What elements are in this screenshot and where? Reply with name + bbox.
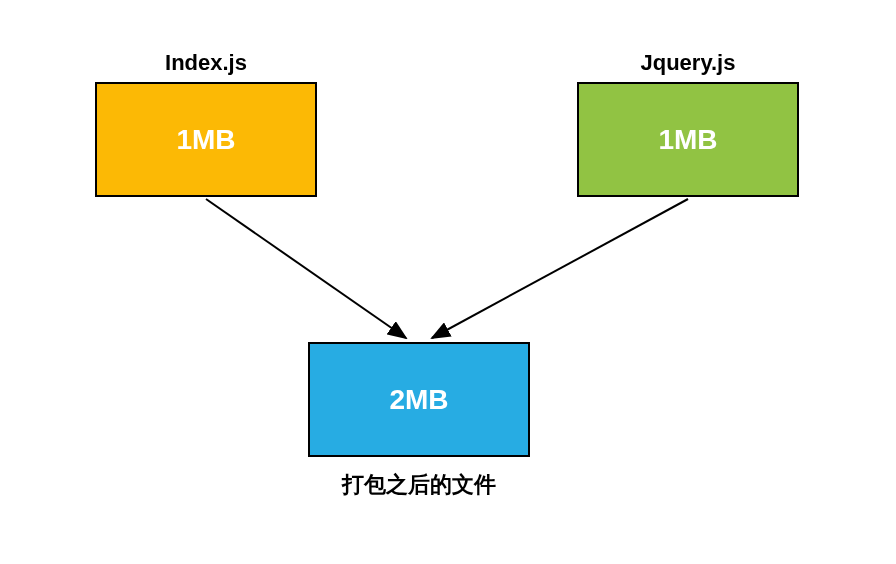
source-file-label-right: Jquery.js	[577, 50, 799, 76]
arrow-right	[432, 199, 688, 338]
source-file-box-left: 1MB	[95, 82, 317, 197]
source-file-label-left: Index.js	[95, 50, 317, 76]
source-file-size-right: 1MB	[658, 124, 717, 156]
bundle-size: 2MB	[389, 384, 448, 416]
bundle-label: 打包之后的文件	[308, 470, 530, 500]
arrow-left	[206, 199, 406, 338]
source-file-size-left: 1MB	[176, 124, 235, 156]
source-file-box-right: 1MB	[577, 82, 799, 197]
bundle-box: 2MB	[308, 342, 530, 457]
